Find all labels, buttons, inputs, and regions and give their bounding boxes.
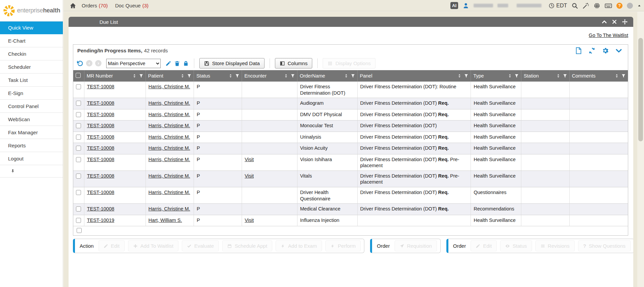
status-button[interactable]: Status [500,240,532,251]
sidebar-item-logout[interactable]: Logout [0,152,63,165]
store-displayed-data-button[interactable]: Store Displayed Data [199,58,265,68]
row-checkbox[interactable] [76,157,81,162]
back-button[interactable]: ‹ [86,60,92,66]
columns-button[interactable]: Columns [275,58,312,68]
globe-icon[interactable] [594,2,600,9]
row-checkbox[interactable] [76,206,81,211]
sort-icon[interactable] [556,74,560,78]
top-nav-orders[interactable]: Orders(70) [82,3,108,8]
sort-icon[interactable] [508,74,512,78]
mr-number-link[interactable]: TEST-10008 [87,112,114,117]
waitlist-link[interactable]: Go To The Waitlist [589,33,628,38]
patient-link[interactable]: Harris, Christine M. [149,134,190,140]
col-header-panel[interactable]: Panel [357,70,471,82]
edit-button[interactable]: Edit [98,240,125,251]
sort-icon[interactable] [284,74,288,78]
new-document-icon[interactable] [575,47,582,54]
filter-icon[interactable] [621,74,626,78]
collapse-icon[interactable] [602,19,607,25]
scrollbar-thumb[interactable] [638,38,643,141]
sidebar-item-e-sign[interactable]: E-Sign [0,87,63,100]
perspective-select[interactable]: Main Perspective [106,59,161,68]
sidebar-item-quick-view[interactable]: Quick View [0,21,63,34]
mr-number-link[interactable]: TEST-10008 [87,100,114,106]
col-header-station[interactable]: Station [521,70,569,82]
ai-badge[interactable]: AI [450,2,458,9]
filter-icon[interactable] [139,74,143,78]
col-header-patient[interactable]: Patient [146,70,194,82]
patient-link[interactable]: Harris, Christine M. [149,84,190,89]
patient-link[interactable]: Harris, Christine M. [149,123,190,128]
keyboard-icon[interactable] [605,2,612,9]
evaluate-button[interactable]: Evaluate [182,240,219,251]
visit-link[interactable]: Visit [245,157,254,162]
display-options-button[interactable]: Display Options [323,58,375,68]
lock-icon[interactable] [183,60,189,66]
pin-row[interactable] [0,165,63,178]
mr-number-link[interactable]: TEST-10008 [87,84,114,89]
close-icon[interactable] [612,19,617,25]
col-header-ordername[interactable]: OrderName [297,70,357,82]
row-checkbox[interactable] [76,123,81,128]
vertical-scrollbar[interactable] [637,12,644,287]
forward-button[interactable]: › [95,60,102,66]
row-checkbox[interactable] [77,228,82,233]
sort-icon[interactable] [615,74,619,78]
patient-link[interactable]: Harris, Christine M. [149,145,190,151]
mr-number-link[interactable]: TEST-10008 [87,206,114,211]
requisition-button[interactable]: Requisition [395,240,437,251]
visit-link[interactable]: Visit [245,218,254,223]
caret-up-icon[interactable] [637,4,641,8]
undo-icon[interactable] [77,60,83,67]
col-header-status[interactable]: Status [194,70,242,82]
add-to-waitlist-button[interactable]: Add To Waitlist [128,240,178,251]
user-icon[interactable] [462,2,469,9]
mr-number-link[interactable]: TEST-10008 [87,157,114,162]
sort-icon[interactable] [132,74,136,78]
row-checkbox[interactable] [76,174,81,179]
row-checkbox[interactable] [76,84,81,89]
filter-icon[interactable] [291,74,295,78]
patient-link[interactable]: Harris, Christine M. [149,206,190,211]
avatar[interactable] [627,3,633,9]
row-checkbox[interactable] [76,146,81,151]
edit-button[interactable]: Edit [471,240,497,251]
col-header-mr-number[interactable]: MR Number [84,70,146,82]
col-header-encounter[interactable]: Encounter [242,70,297,82]
chevron-down-icon[interactable] [615,47,622,54]
sidebar-item-task-list[interactable]: Task List [0,74,63,87]
row-checkbox[interactable] [76,135,81,140]
home-icon[interactable] [70,2,76,9]
row-checkbox[interactable] [76,190,81,195]
patient-link[interactable]: Harris, Christine M. [149,173,190,179]
mr-number-link[interactable]: TEST-10008 [87,190,114,195]
help-icon[interactable]: ? [616,3,622,9]
filter-icon[interactable] [515,74,519,78]
show-questions-button[interactable]: ?Show Questions [578,240,631,251]
patient-link[interactable]: Harris, Christine M. [149,190,190,195]
search-icon[interactable] [571,2,578,9]
top-nav-doc-queue[interactable]: Doc Queue(3) [115,3,149,8]
wand-icon[interactable] [582,2,589,9]
sidebar-item-reports[interactable]: Reports [0,139,63,152]
delete-perspective-icon[interactable] [174,60,180,66]
row-checkbox[interactable] [76,101,81,106]
filter-icon[interactable] [464,74,468,78]
sort-icon[interactable] [180,74,185,78]
sort-icon[interactable] [457,74,461,78]
move-icon[interactable] [622,19,628,25]
visit-link[interactable]: Visit [245,173,254,179]
app-logo[interactable]: enterprisehealth [0,0,63,21]
patient-link[interactable]: Hart, William S. [149,218,182,223]
filter-icon[interactable] [563,74,567,78]
mr-number-link[interactable]: TEST-10008 [87,173,114,179]
patient-link[interactable]: Harris, Christine M. [149,157,190,162]
mr-number-link[interactable]: TEST-10019 [87,218,114,223]
col-header-comments[interactable]: Comments [569,70,628,82]
sidebar-item-webscan[interactable]: WebScan [0,113,63,126]
revisions-button[interactable]: Revisions [535,240,575,251]
patient-link[interactable]: Harris, Christine M. [149,100,190,106]
filter-icon[interactable] [351,74,355,78]
sort-icon[interactable] [344,74,348,78]
perform-button[interactable]: Perform [325,240,361,251]
